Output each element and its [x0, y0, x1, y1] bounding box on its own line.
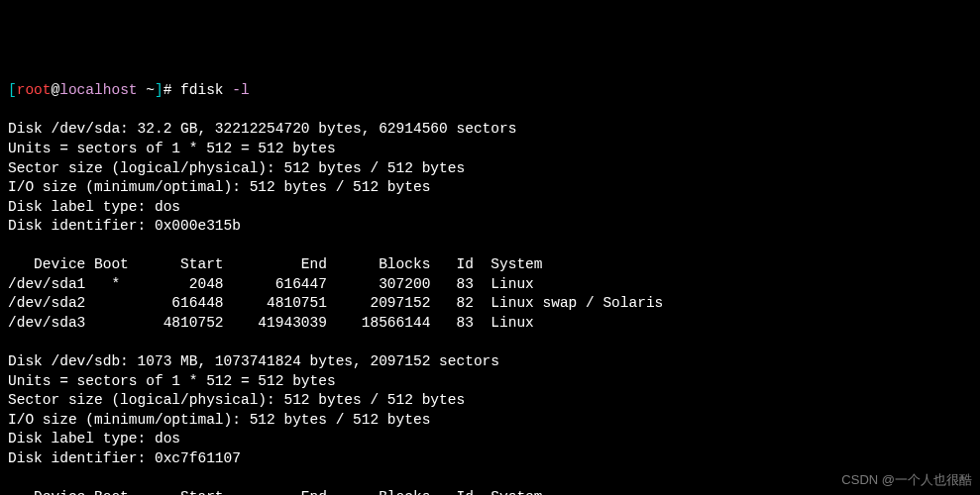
command: fdisk: [180, 82, 232, 98]
disk-sda-id: Disk identifier: 0x000e315b: [8, 218, 241, 234]
disk-sdb-id: Disk identifier: 0xc7f61107: [8, 450, 241, 466]
bracket-open: [: [8, 82, 17, 98]
disk-sdb-sector: Sector size (logical/physical): 512 byte…: [8, 392, 465, 408]
cwd: ~: [138, 82, 155, 98]
disk-sda-line: Disk /dev/sda: 32.2 GB, 32212254720 byte…: [8, 121, 516, 137]
partition-header-sdb: Device Boot Start End Blocks Id System: [8, 489, 543, 495]
terminal-output[interactable]: [root@localhost ~]# fdisk -l Disk /dev/s…: [8, 81, 972, 495]
disk-sda-sector: Sector size (logical/physical): 512 byte…: [8, 160, 465, 176]
disk-sda-io: I/O size (minimum/optimal): 512 bytes / …: [8, 179, 430, 195]
table-row: /dev/sda3 4810752 41943039 18566144 83 L…: [8, 315, 534, 331]
user: root: [17, 82, 52, 98]
disk-sdb-io: I/O size (minimum/optimal): 512 bytes / …: [8, 412, 430, 428]
table-row: /dev/sda2 616448 4810751 2097152 82 Linu…: [8, 295, 663, 311]
table-row: /dev/sda1 * 2048 616447 307200 83 Linux: [8, 276, 534, 292]
watermark-text: CSDN @一个人也很酷: [841, 471, 972, 489]
disk-sdb-units: Units = sectors of 1 * 512 = 512 bytes: [8, 373, 336, 389]
hostname: localhost: [59, 82, 137, 98]
disk-sdb-label: Disk label type: dos: [8, 431, 180, 446]
partition-header-sda: Device Boot Start End Blocks Id System: [8, 256, 543, 272]
at-sign: @: [52, 82, 60, 98]
hash: #: [163, 82, 180, 98]
disk-sda-units: Units = sectors of 1 * 512 = 512 bytes: [8, 141, 336, 156]
bracket-close: ]: [155, 82, 163, 98]
prompt-line-1: [root@localhost ~]# fdisk -l: [8, 82, 250, 98]
disk-sda-label: Disk label type: dos: [8, 199, 180, 215]
disk-sdb-line: Disk /dev/sdb: 1073 MB, 1073741824 bytes…: [8, 353, 499, 369]
command-flag: -l: [232, 82, 249, 98]
